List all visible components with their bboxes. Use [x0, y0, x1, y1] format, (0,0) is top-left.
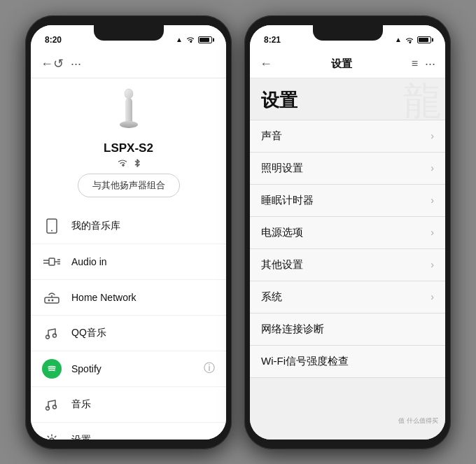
settings-list: 声音 › 照明设置 › 睡眠计时器 › 电源选项 › 其他设置 › — [250, 120, 445, 378]
wifi-icon-right — [405, 36, 414, 43]
signal-icon-right: ▲ — [395, 36, 402, 43]
svg-point-2 — [120, 121, 138, 128]
battery-icon-left — [198, 36, 212, 43]
audio-in-icon — [42, 252, 62, 272]
settings-item-wifi-check[interactable]: Wi-Fi信号强度检查 — [250, 346, 445, 378]
settings-item-sound[interactable]: 声音 › — [250, 120, 445, 153]
status-icons-right: ▲ — [395, 36, 431, 43]
back-button-left[interactable]: ← — [41, 57, 53, 71]
svg-point-16 — [53, 334, 57, 337]
svg-point-12 — [48, 299, 50, 301]
menu-item-audio-in[interactable]: Audio in — [31, 244, 226, 280]
menu-list: 我的音乐库 Audio in — [31, 209, 226, 440]
settings-label-system: 系统 — [261, 290, 282, 304]
refresh-icon[interactable]: ↺ — [53, 56, 64, 71]
time-left: 8:20 — [45, 35, 62, 45]
notch — [94, 25, 164, 41]
chevron-icon-system: › — [430, 291, 434, 302]
phone-icon — [42, 216, 62, 236]
left-screen: 8:20 ▲ ← ↺ ··· — [31, 25, 226, 440]
home-network-icon — [42, 288, 62, 307]
time-right: 8:21 — [264, 35, 281, 45]
settings-label-power: 电源选项 — [261, 226, 303, 239]
svg-point-19 — [50, 438, 54, 440]
svg-point-0 — [125, 89, 133, 99]
music-note-icon-qq — [42, 323, 62, 343]
watermark: 值 什么值得买 — [398, 416, 438, 426]
nav-title-right: 设置 — [272, 57, 412, 71]
svg-point-15 — [46, 335, 50, 339]
menu-item-spotify[interactable]: Spotify ⓘ — [31, 351, 226, 387]
settings-page-title: 设置 — [250, 78, 445, 120]
chevron-icon-power: › — [430, 227, 434, 238]
right-phone: 8:21 ▲ ← 设置 ≡ ··· — [244, 15, 451, 449]
svg-point-17 — [46, 407, 50, 410]
menu-item-music[interactable]: 音乐 — [31, 387, 226, 423]
settings-item-other[interactable]: 其他设置 › — [250, 249, 445, 281]
music-note-icon-music — [42, 395, 62, 414]
status-icons-left: ▲ — [176, 36, 212, 44]
svg-point-18 — [53, 405, 57, 409]
chevron-icon-other: › — [430, 259, 434, 270]
svg-rect-7 — [49, 258, 55, 265]
list-icon[interactable]: ≡ — [412, 57, 418, 70]
settings-label-network-diag: 网络连接诊断 — [261, 323, 324, 336]
settings-content: 龍 设置 声音 › 照明设置 › 睡眠计时器 › 电源选项 › — [250, 78, 445, 440]
nav-bar-right: ← 设置 ≡ ··· — [250, 50, 445, 78]
settings-item-network-diag[interactable]: 网络连接诊断 — [250, 314, 445, 346]
nav-bar-left: ← ↺ ··· — [31, 50, 226, 78]
more-icon-left[interactable]: ··· — [71, 57, 81, 71]
wifi-device-icon — [117, 158, 128, 167]
menu-item-settings[interactable]: 设置 — [31, 423, 226, 440]
more-icon-right[interactable]: ··· — [425, 57, 435, 71]
settings-label-sound: 声音 — [261, 129, 282, 143]
device-connectivity-icons — [117, 158, 141, 168]
signal-icon: ▲ — [176, 36, 183, 43]
menu-label-settings: 设置 — [71, 434, 215, 440]
menu-item-qq-music[interactable]: QQ音乐 — [31, 316, 226, 351]
combine-button[interactable]: 与其他扬声器组合 — [78, 174, 180, 197]
chevron-icon-sound: › — [430, 130, 434, 141]
battery-icon-right — [417, 36, 431, 43]
menu-label-my-music: 我的音乐库 — [71, 220, 215, 232]
left-phone: 8:20 ▲ ← ↺ ··· — [25, 15, 232, 449]
back-button-right[interactable]: ← — [260, 57, 272, 71]
svg-point-4 — [51, 230, 52, 231]
wifi-icon — [186, 36, 195, 44]
settings-label-lighting: 照明设置 — [261, 162, 303, 175]
chevron-icon-sleep: › — [430, 195, 434, 206]
menu-label-spotify: Spotify — [71, 363, 204, 374]
settings-item-sleep-timer[interactable]: 睡眠计时器 › — [250, 185, 445, 217]
menu-label-home-network: Home Network — [71, 292, 215, 303]
menu-item-home-network[interactable]: Home Network — [31, 280, 226, 316]
spotify-icon — [42, 359, 62, 379]
svg-point-13 — [52, 299, 54, 301]
settings-item-lighting[interactable]: 照明设置 › — [250, 153, 445, 185]
menu-item-my-music[interactable]: 我的音乐库 — [31, 209, 226, 244]
settings-label-other: 其他设置 — [261, 258, 303, 272]
menu-label-music: 音乐 — [71, 398, 215, 411]
device-header: LSPX-S2 与其他扬声器组合 — [31, 78, 226, 209]
right-screen: 8:21 ▲ ← 设置 ≡ ··· — [250, 25, 445, 440]
gear-icon — [42, 430, 62, 440]
bluetooth-device-icon — [134, 158, 141, 168]
chevron-icon-lighting: › — [430, 162, 434, 174]
speaker-svg — [116, 88, 141, 137]
settings-item-system[interactable]: 系统 › — [250, 281, 445, 314]
device-image — [111, 87, 147, 137]
nav-icons-right: ≡ ··· — [412, 57, 435, 71]
settings-label-wifi-check: Wi-Fi信号强度检查 — [261, 355, 349, 368]
svg-rect-1 — [125, 98, 132, 125]
info-icon-spotify[interactable]: ⓘ — [204, 361, 215, 376]
device-name: LSPX-S2 — [104, 141, 153, 155]
settings-label-sleep-timer: 睡眠计时器 — [261, 194, 314, 207]
watermark-text: 值 什么值得买 — [398, 417, 438, 424]
menu-label-audio-in: Audio in — [71, 256, 215, 267]
nav-icons-left: ↺ ··· — [53, 56, 81, 71]
notch-right — [313, 25, 383, 41]
settings-item-power[interactable]: 电源选项 › — [250, 217, 445, 249]
menu-label-qq-music: QQ音乐 — [71, 327, 215, 339]
